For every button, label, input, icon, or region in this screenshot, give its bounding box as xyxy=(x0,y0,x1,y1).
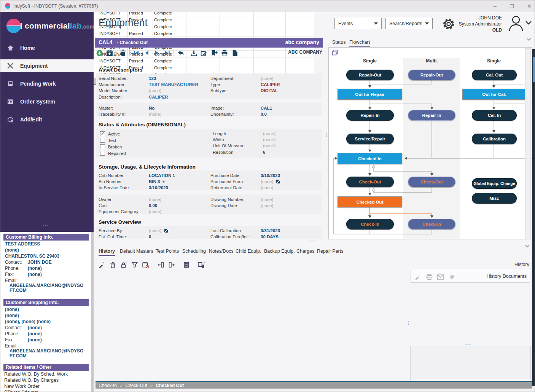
user-menu-chevron[interactable] xyxy=(525,20,532,25)
flow-node-repair-out-single[interactable]: Repair-Out xyxy=(346,70,394,80)
external-link-icon[interactable] xyxy=(164,229,168,233)
lock-button[interactable] xyxy=(120,261,127,269)
event-options-button[interactable] xyxy=(197,261,205,269)
sidebar-item-add-edit[interactable]: Add/Edit xyxy=(0,113,94,126)
flow-node-cal-in[interactable]: Cal. In xyxy=(472,110,517,121)
add-icon[interactable]: + xyxy=(162,179,165,185)
related-link-sched-work[interactable]: Related W.O. By Sched. Work xyxy=(4,371,68,377)
move-in-button[interactable] xyxy=(157,261,164,269)
flow-node-global-equip-change[interactable]: Global Equip. Change xyxy=(472,178,517,189)
tab-history[interactable]: History xyxy=(99,249,115,256)
last-record-button[interactable] xyxy=(163,49,171,57)
checkbox-repaired[interactable]: Repaired xyxy=(100,151,126,156)
flow-node-calibration[interactable]: Calibration xyxy=(472,134,517,144)
calendar-add-button[interactable] xyxy=(106,49,113,57)
table-cell: Passed xyxy=(128,57,153,64)
delete-record-button[interactable] xyxy=(119,49,127,57)
tab-backup-equip[interactable]: Backup Equip. xyxy=(264,249,295,255)
sidebar-item-home[interactable]: Home xyxy=(0,41,94,54)
flow-node-repair-in-single[interactable]: Repair-In xyxy=(346,110,394,121)
flow-node-checked-out[interactable]: Checked Out xyxy=(338,196,402,207)
flow-node-repair-in-multi[interactable]: Repair-In xyxy=(408,110,455,121)
tab-scheduling[interactable]: Scheduling xyxy=(182,249,206,255)
tab-default-masters[interactable]: Default Masters xyxy=(120,249,153,255)
checkbox-test[interactable]: Test xyxy=(100,138,116,143)
calendar-cancel-button[interactable] xyxy=(142,261,150,269)
flow-node-repair-out-multi[interactable]: Repair-Out xyxy=(408,70,455,80)
flow-node-out-for-repair[interactable]: Out for Repair xyxy=(338,89,402,100)
leftpanel-scrollbar[interactable] xyxy=(91,232,94,392)
checkbox[interactable]: ✓ xyxy=(100,131,105,136)
table-kebab-menu[interactable]: ⋮ xyxy=(406,322,411,324)
minimize-button[interactable]: – xyxy=(494,3,497,9)
flow-node-check-out-multi[interactable]: Check-Out xyxy=(408,177,455,187)
flowchart-collapse-chevron[interactable] xyxy=(526,38,532,41)
close-button[interactable]: ✕ xyxy=(527,3,532,9)
external-link-icon[interactable] xyxy=(276,180,280,183)
checkbox[interactable] xyxy=(100,138,105,143)
bottom-panel-chevron[interactable] xyxy=(525,244,530,248)
tab-status[interactable]: Status xyxy=(332,40,346,46)
billing-email[interactable]: ANGELENA.MARCIANO@INDYSOFT.COM xyxy=(10,283,86,293)
related-link-charges[interactable]: Related W.O. By Charges xyxy=(4,378,59,383)
tab-notes-docs[interactable]: Notes/Docs xyxy=(209,249,234,255)
flow-node-misc[interactable]: Misc xyxy=(472,193,517,204)
checkbox-broken[interactable]: Broken xyxy=(100,144,122,149)
flow-node-check-out-single[interactable]: Check-Out xyxy=(346,177,394,187)
previous-record-button[interactable] xyxy=(143,49,150,57)
print-button[interactable] xyxy=(221,49,228,57)
delete-history-button[interactable] xyxy=(109,261,116,269)
sidebar-item-pending-work[interactable]: Pending Work xyxy=(0,77,94,90)
first-record-button[interactable] xyxy=(132,49,140,57)
related-link-ptouch-stickers[interactable]: PTouch Stickers xyxy=(4,390,38,392)
magic-wand-button[interactable] xyxy=(98,261,105,269)
undo-button[interactable] xyxy=(177,49,184,57)
sidebar-more-ellipsis[interactable]: ... xyxy=(43,222,49,227)
record-more-ellipsis[interactable]: ... xyxy=(309,237,315,242)
checkbox[interactable] xyxy=(100,144,105,149)
docs-splitter-ellipsis[interactable]: ... xyxy=(465,341,471,346)
crumb-check-in[interactable]: Check-In xyxy=(99,383,117,388)
settings-gear-button[interactable] xyxy=(442,17,455,31)
add-record-button[interactable] xyxy=(96,49,103,57)
tab-charges[interactable]: Charges xyxy=(296,249,314,255)
flowchart-scrollbar[interactable] xyxy=(525,48,531,239)
tab-child-equip[interactable]: Child Equip. xyxy=(236,249,261,255)
toolbar-separator xyxy=(153,261,153,268)
docs-tag-button[interactable] xyxy=(448,273,456,281)
next-record-button[interactable] xyxy=(153,49,161,57)
bookmark-add-button[interactable] xyxy=(210,49,218,57)
window-scrollbar[interactable] xyxy=(532,49,535,386)
shipping-email[interactable]: ANGELENA.MARCIANO@INDYSOFT.COM xyxy=(10,349,86,359)
list-view-button[interactable] xyxy=(183,261,190,269)
docs-print-button[interactable] xyxy=(425,273,433,281)
checkbox[interactable] xyxy=(100,151,105,156)
events-dropdown[interactable]: Events xyxy=(334,18,382,29)
flow-node-check-in-single[interactable]: Check-In xyxy=(346,219,394,229)
company-name-caps[interactable]: ABC COMPANY xyxy=(229,49,322,55)
filter-button[interactable] xyxy=(131,261,139,269)
related-link-new-work-order[interactable]: New Work Order xyxy=(4,384,40,389)
tab-repair-parts[interactable]: Repair Parts xyxy=(317,249,343,255)
sidebar-item-equipment[interactable]: Equipment xyxy=(0,59,94,72)
flow-node-out-for-cal[interactable]: Out for Cal. xyxy=(462,89,526,100)
sidebar-item-order-system[interactable]: Order System xyxy=(0,95,94,108)
tab-flowchart[interactable]: Flowchart xyxy=(349,40,370,48)
field-row: Last Calibration:3/31/2023 xyxy=(210,228,321,234)
move-out-button[interactable] xyxy=(168,261,175,269)
flow-node-check-in-multi[interactable]: Check-In xyxy=(408,219,455,229)
docs-email-button[interactable] xyxy=(437,273,444,281)
checkbox-active[interactable]: ✓Active xyxy=(100,131,120,136)
search-reports-dropdown[interactable]: Search/Reports xyxy=(385,18,433,29)
flow-node-service-repair[interactable]: Service/Repair xyxy=(346,134,394,144)
maximize-button[interactable]: ☐ xyxy=(510,3,514,9)
docs-wand-button[interactable] xyxy=(414,273,422,281)
flow-node-checked-in[interactable]: Checked In xyxy=(338,153,402,164)
flow-node-cal-out[interactable]: Cal. Out xyxy=(472,70,517,80)
edit-button[interactable] xyxy=(200,49,208,57)
tab-test-points[interactable]: Test Points xyxy=(156,249,179,255)
crumb-check-out[interactable]: Check-Out xyxy=(125,383,147,388)
scrollbar-thumb[interactable] xyxy=(533,57,535,82)
user-avatar[interactable] xyxy=(507,14,525,32)
download-button[interactable] xyxy=(190,49,197,57)
